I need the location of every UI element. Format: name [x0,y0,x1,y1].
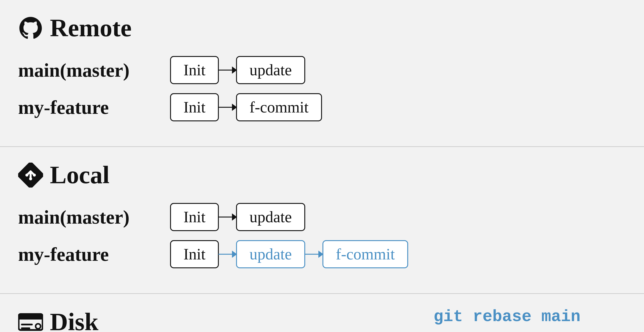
svg-rect-6 [18,316,43,319]
remote-feature-chain: Init f-commit [170,93,322,121]
git-icon [18,162,43,188]
local-main-chain: Init update [170,203,305,231]
commit-box: Init [170,240,219,268]
remote-header: Remote [18,14,626,42]
git-command-label: git rebase main [434,308,626,326]
remote-main-row: main(master) Init update [18,56,626,84]
svg-point-3 [33,174,36,176]
disk-title: Disk [50,308,98,332]
remote-main-chain: Init update [170,56,305,84]
local-section: Local main(master) Init update my-featur… [0,147,644,294]
local-feature-row: my-feature Init update f-commit [18,240,626,268]
local-feature-chain: Init update f-commit [170,240,408,268]
commit-box-blue: f-commit [322,240,408,268]
svg-point-9 [36,324,40,328]
local-header: Local [18,160,626,189]
svg-point-2 [26,174,28,176]
github-icon [18,16,43,40]
commit-box-blue: update [236,240,305,268]
remote-feature-label: my-feature [18,96,159,118]
remote-main-label: main(master) [18,59,159,81]
commit-box: Init [170,56,219,84]
commit-box: update [236,56,305,84]
arrow-icon [218,254,236,255]
remote-section: Remote main(master) Init update my-featu… [0,0,644,147]
local-main-row: main(master) Init update [18,203,626,231]
arrow-icon [218,216,236,218]
commit-box: Init [170,93,219,121]
svg-point-1 [29,177,32,180]
commit-box: Init [170,203,219,231]
disk-icon [18,310,43,332]
arrow-icon [305,254,323,255]
disk-header-row: Disk git rebase main [18,308,626,332]
local-title: Local [50,160,110,189]
commit-box: update [236,203,305,231]
commit-box: f-commit [236,93,322,121]
local-feature-label: my-feature [18,243,159,265]
disk-header-left: Disk [18,308,98,332]
arrow-icon [218,107,236,108]
remote-feature-row: my-feature Init f-commit [18,93,626,121]
disk-section: Disk git rebase main my-feature Init upd… [0,294,644,332]
local-main-label: main(master) [18,206,159,228]
arrow-icon [218,70,236,70]
remote-title: Remote [50,14,132,42]
